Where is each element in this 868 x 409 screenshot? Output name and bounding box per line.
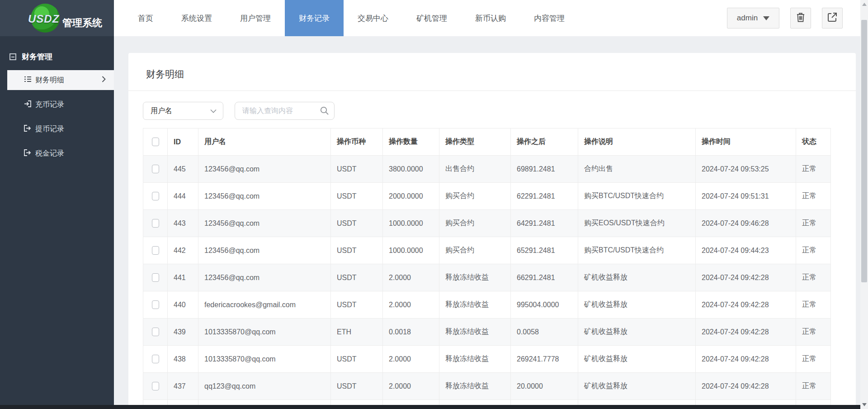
records-table: ID用户名操作币种操作数量操作类型操作之后操作说明操作时间状态 44512345… [143, 128, 831, 409]
row-checkbox-cell [143, 319, 168, 346]
page-title: 财务明细 [128, 53, 856, 90]
cell-id: 439 [168, 319, 198, 346]
bottom-scrollbar-bar[interactable] [0, 405, 860, 409]
cell-status: 正常 [796, 156, 831, 183]
sidebar-item-2[interactable]: 提币记录 [0, 119, 114, 139]
row-checkbox-cell [143, 346, 168, 373]
cell-time: 2024-07-24 09:42:28 [696, 291, 796, 319]
search-icon[interactable] [320, 106, 329, 117]
main-content: 财务明细 用户名 [114, 36, 860, 409]
sidebar-item-3[interactable]: 税金记录 [0, 143, 114, 163]
export-icon [827, 12, 837, 24]
column-header-2: 操作币种 [331, 128, 383, 156]
row-checkbox-cell [143, 291, 168, 319]
cell-status: 正常 [796, 210, 831, 237]
cell-type: 释放冻结收益 [439, 346, 511, 373]
export-button[interactable] [822, 8, 843, 29]
sidebar-section-title: 财务管理 [22, 52, 52, 62]
row-checkbox[interactable] [152, 382, 159, 390]
cell-amount: 0.0018 [383, 319, 439, 346]
cell-time: 2024-07-24 09:42:28 [696, 319, 796, 346]
cell-id: 438 [168, 346, 198, 373]
nav-item-7[interactable]: 内容管理 [520, 0, 579, 36]
sidebar-item-label: 税金记录 [35, 149, 64, 158]
row-checkbox[interactable] [152, 165, 159, 173]
cell-after: 62291.2481 [511, 183, 578, 210]
cell-coin: USDT [331, 156, 383, 183]
cell-time: 2024-07-24 09:44:23 [696, 237, 796, 264]
admin-dropdown-button[interactable]: admin [727, 8, 779, 29]
cell-type: 购买合约 [439, 183, 511, 210]
select-all-checkbox[interactable] [152, 138, 159, 146]
row-checkbox[interactable] [152, 273, 159, 282]
sign-out-icon [24, 125, 31, 133]
cell-coin: USDT [331, 183, 383, 210]
row-checkbox[interactable] [152, 328, 159, 336]
trash-button[interactable] [790, 8, 811, 29]
table-row: 445123456@qq.comUSDT3800.0000出售合约69891.2… [143, 156, 831, 183]
cell-amount: 2.0000 [383, 346, 439, 373]
cell-status: 正常 [796, 319, 831, 346]
table-row: 443123456@qq.comUSDT1000.0000购买合约64291.2… [143, 210, 831, 237]
cell-amount: 2.0000 [383, 291, 439, 319]
table-row: 440federicacrookes@gmail.comUSDT2.0000释放… [143, 291, 831, 319]
caret-down-icon [763, 16, 769, 20]
sign-out-icon [24, 149, 31, 158]
cell-amount: 2.0000 [383, 373, 439, 400]
cell-id: 440 [168, 291, 198, 319]
nav-item-3[interactable]: 财务记录 [285, 0, 344, 36]
row-checkbox[interactable] [152, 300, 159, 309]
row-checkbox[interactable] [152, 219, 159, 228]
cell-username: federicacrookes@gmail.com [198, 291, 331, 319]
cell-type: 出售合约 [439, 156, 511, 183]
row-checkbox[interactable] [152, 355, 159, 363]
cell-username: 123456@qq.com [198, 156, 331, 183]
cell-status: 正常 [796, 264, 831, 291]
filter-select-value: 用户名 [151, 106, 172, 116]
table-row: 444123456@qq.comUSDT2000.0000购买合约62291.2… [143, 183, 831, 210]
nav-item-5[interactable]: 矿机管理 [402, 0, 461, 36]
minus-square-icon [9, 53, 16, 60]
cell-desc: 购买EOS/USDT快速合约 [578, 210, 696, 237]
cell-id: 445 [168, 156, 198, 183]
column-header-6: 操作说明 [578, 128, 696, 156]
cell-desc: 矿机收益释放 [578, 319, 696, 346]
scrollbar-thumb[interactable] [861, 20, 867, 282]
cell-id: 441 [168, 264, 198, 291]
table-header-row: ID用户名操作币种操作数量操作类型操作之后操作说明操作时间状态 [143, 128, 831, 156]
nav-item-0[interactable]: 首页 [124, 0, 167, 36]
scroll-up-icon[interactable] [862, 3, 867, 6]
nav-item-4[interactable]: 交易中心 [344, 0, 402, 36]
cell-time: 2024-07-24 09:51:31 [696, 183, 796, 210]
chevron-right-icon [102, 76, 106, 84]
cell-time: 2024-07-24 09:42:28 [696, 346, 796, 373]
cell-desc: 矿机收益释放 [578, 291, 696, 319]
cell-username: 1013335870@qq.com [198, 346, 331, 373]
top-navbar: USDZ 管理系统 首页系统设置用户管理财务记录交易中心矿机管理新币认购内容管理… [0, 0, 860, 36]
sidebar-item-0[interactable]: 财务明细 [7, 70, 114, 90]
row-checkbox-cell [143, 210, 168, 237]
sidebar-item-label: 提币记录 [35, 124, 64, 134]
cell-after: 65291.2481 [511, 237, 578, 264]
sidebar-section-finance[interactable]: 财务管理 [0, 36, 114, 70]
admin-label: admin [737, 14, 758, 23]
row-checkbox-cell [143, 373, 168, 400]
username-filter-select[interactable]: 用户名 [143, 102, 223, 120]
nav-item-1[interactable]: 系统设置 [167, 0, 226, 36]
cell-amount: 1000.0000 [383, 237, 439, 264]
nav-item-6[interactable]: 新币认购 [461, 0, 520, 36]
row-checkbox[interactable] [152, 192, 159, 200]
row-checkbox[interactable] [152, 246, 159, 255]
nav-item-2[interactable]: 用户管理 [226, 0, 285, 36]
scroll-down-icon[interactable] [862, 403, 867, 406]
list-icon [24, 76, 31, 84]
cell-coin: USDT [331, 346, 383, 373]
app-title: 管理系统 [62, 16, 102, 30]
sidebar-item-1[interactable]: 充币记录 [0, 95, 114, 114]
chevron-down-icon [210, 107, 217, 115]
vertical-scrollbar[interactable] [860, 0, 868, 409]
cell-after: 64291.2481 [511, 210, 578, 237]
cell-type: 释放冻结收益 [439, 319, 511, 346]
cell-id: 444 [168, 183, 198, 210]
cell-desc: 购买BTC/USDT快速合约 [578, 237, 696, 264]
